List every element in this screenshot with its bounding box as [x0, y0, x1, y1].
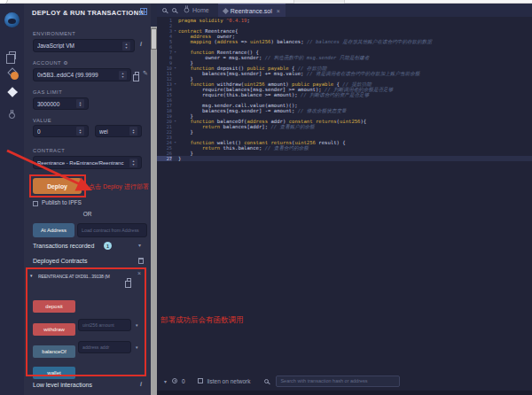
close-contract-icon[interactable]: ×: [137, 270, 141, 276]
account-label: ACCOUNT⚙: [33, 59, 68, 66]
tab-home[interactable]: Home: [184, 7, 209, 13]
publish-ipfs-checkbox[interactable]: [33, 201, 38, 206]
chevron-down-icon[interactable]: ▾: [136, 322, 138, 328]
account-select[interactable]: 0x5B3..eddC4 (99.9999 ▴▾: [33, 68, 131, 81]
at-address-input[interactable]: [77, 223, 147, 237]
scrollbar-thumb[interactable]: [151, 28, 157, 50]
panel-grid-icon[interactable]: [140, 8, 147, 15]
listen-network-checkbox[interactable]: [198, 378, 203, 383]
copy-account-icon[interactable]: [135, 72, 139, 77]
select-caret-icon: ▴▾: [129, 127, 137, 136]
deployed-contracts-label: Deployed Contracts: [33, 258, 87, 264]
contract-select[interactable]: Reentrance - ReEntrance/Reentranc ▴▾: [33, 156, 142, 169]
balanceOf-function-button[interactable]: balanceOf: [33, 345, 75, 358]
gear-icon[interactable]: ⚙: [63, 60, 68, 66]
panel-title: DEPLOY & RUN TRANSACTIONS: [32, 9, 144, 17]
contract-label: CONTRACT: [33, 148, 65, 153]
solidity-file-icon: [223, 7, 229, 13]
function-row-balanceOf: balanceOf▾: [33, 341, 148, 353]
solidity-compiler-icon[interactable]: [0, 64, 24, 81]
copy-contract-icon[interactable]: [127, 278, 131, 283]
transaction-search-input[interactable]: [276, 376, 400, 387]
gas-limit-input[interactable]: 3000000 ▴▾: [33, 97, 89, 110]
plugin-manager-icon[interactable]: [0, 106, 24, 124]
editor-tab-bar: Home Reentrance.sol ×: [157, 4, 532, 17]
contract-expand-icon[interactable]: ▾: [30, 273, 33, 278]
select-caret-icon: ▴▾: [122, 42, 130, 50]
value-label: VALUE: [33, 118, 51, 123]
listen-network-label: listen on network: [207, 378, 251, 384]
chevron-down-icon[interactable]: ▾: [136, 345, 138, 350]
withdraw-args-input[interactable]: [78, 319, 131, 331]
deploy-button[interactable]: Deploy: [33, 178, 82, 194]
line-number: 27: [157, 156, 172, 161]
pending-tx-count: 0: [182, 378, 185, 384]
deployed-contract-header[interactable]: REENTRANCE AT 0XD91...39138 (M: [38, 274, 123, 279]
environment-label: ENVIRONMENT: [33, 31, 75, 36]
remix-logo-icon[interactable]: [0, 11, 24, 28]
function-row-deposit: deposit: [33, 296, 148, 308]
value-unit-select[interactable]: wei ▴▾: [95, 125, 142, 137]
publish-ipfs-label: Publish to IPFS: [42, 199, 82, 205]
home-plug-icon: [184, 8, 190, 13]
gas-limit-label: GAS LIMIT: [33, 89, 62, 95]
environment-info-icon[interactable]: i: [140, 41, 142, 47]
close-tab-icon[interactable]: ×: [277, 8, 280, 14]
fold-icon: [172, 156, 178, 161]
file-explorer-icon[interactable]: [0, 46, 24, 64]
compiler-badge: [11, 72, 19, 80]
wallet-function-button[interactable]: wallet: [33, 367, 75, 379]
or-label: OR: [33, 211, 142, 217]
code-editor: Home Reentrance.sol × 1pragma solidity ^…: [157, 4, 532, 395]
deploy-run-icon[interactable]: [0, 83, 24, 101]
tab-reentrance-sol[interactable]: Reentrance.sol ×: [218, 4, 286, 17]
chevron-down-icon[interactable]: ▾: [138, 242, 141, 248]
function-row-withdraw: withdraw▾: [33, 319, 148, 331]
stepper-icon[interactable]: ▴▾: [76, 99, 84, 108]
transactions-recorded-label: Transactions recorded: [33, 243, 94, 249]
terminal-status-bar: ▾ 0 listen on network: [157, 374, 532, 388]
code-lines: 1pragma solidity ^0.4.19;23▾contract Ree…: [157, 18, 532, 161]
environment-select[interactable]: JavaScript VM ▴▾: [33, 39, 135, 52]
low-level-interactions-label: Low level interactions: [33, 382, 92, 388]
clear-contracts-icon[interactable]: [138, 258, 144, 264]
balanceOf-args-input[interactable]: [78, 341, 131, 353]
at-address-button[interactable]: At Address: [33, 223, 74, 237]
stepper-icon[interactable]: ▴▾: [76, 127, 84, 136]
select-caret-icon: ▴▾: [119, 71, 127, 80]
pending-tx-clock-icon: [172, 378, 177, 383]
deposit-function-button[interactable]: deposit: [33, 300, 75, 313]
select-caret-icon: ▴▾: [129, 159, 137, 167]
zoom-in-icon[interactable]: [162, 8, 167, 12]
scrollbar-track[interactable]: [151, 27, 157, 395]
withdraw-function-button[interactable]: withdraw: [33, 323, 75, 336]
edit-account-icon[interactable]: ✎: [143, 70, 148, 77]
terminal-expand-icon[interactable]: ▾: [164, 378, 167, 384]
terminal-edge: [157, 391, 532, 395]
code-line-27[interactable]: 27}: [157, 156, 532, 161]
panel-scrollbar[interactable]: [151, 4, 157, 395]
transactions-count-badge: 1: [104, 242, 112, 250]
value-input[interactable]: 0 ▴▾: [33, 125, 89, 137]
function-row-wallet: wallet: [33, 362, 148, 375]
low-level-info-icon[interactable]: i: [140, 381, 142, 387]
remix-ide-window: DEPLOY & RUN TRANSACTIONS ENVIRONMENT Ja…: [0, 0, 532, 395]
plugin-icon-bar: [0, 4, 24, 395]
zoom-out-icon[interactable]: [172, 8, 176, 12]
search-icon: [264, 379, 269, 383]
